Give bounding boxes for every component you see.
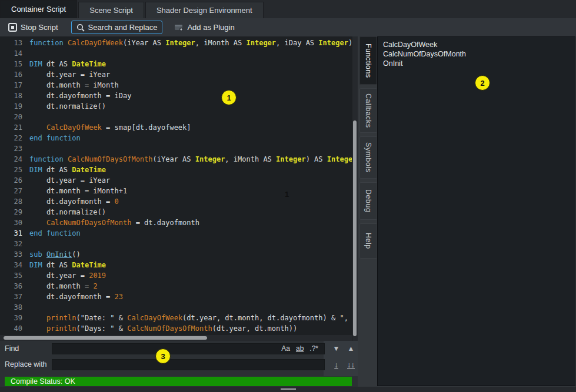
code-line[interactable]: 38 xyxy=(0,302,352,313)
functions-list: CalcDayOfWeekCalcNumOfDaysOfMonthOnInit xyxy=(377,36,575,386)
line-number: 39 xyxy=(0,313,29,323)
line-number: 35 xyxy=(0,270,29,281)
plugin-icon xyxy=(174,24,184,31)
code-line[interactable]: 33sub OnInit() xyxy=(0,249,352,260)
code-line[interactable]: 36 dt.month = 2 xyxy=(0,281,352,292)
code-line[interactable]: 25DIM dt AS DateTime xyxy=(0,165,352,175)
code-line[interactable]: 24function CalcNumOfDaysOfMonth(iYear AS… xyxy=(0,154,352,165)
line-content: dt.year = 2019 xyxy=(29,270,352,281)
tab-shader-design-environment[interactable]: Shader Design Environment xyxy=(145,2,264,18)
line-number: 30 xyxy=(0,217,29,228)
find-field-wrap: Aa ab .?* xyxy=(52,343,325,354)
line-number: 21 xyxy=(0,122,29,133)
code-line[interactable]: 27 dt.month = iMonth+1 xyxy=(0,186,352,196)
line-content: DIM dt AS DateTime xyxy=(29,59,352,69)
line-number: 28 xyxy=(0,196,29,207)
code-editor[interactable]: 13function CalcDayOfWeek(iYear AS Intege… xyxy=(0,36,358,341)
line-content xyxy=(29,302,352,313)
replace-field-wrap xyxy=(52,359,325,370)
tab-container-script[interactable]: Container Script xyxy=(0,0,77,18)
panel-tab-label: Callbacks xyxy=(364,93,372,128)
stray-annotation-number: 1 xyxy=(285,190,289,199)
line-content: sub OnInit() xyxy=(29,249,352,260)
status-row: Compile Status: OK xyxy=(0,376,358,387)
code-line[interactable]: 20 xyxy=(0,112,352,122)
code-line[interactable]: 14 xyxy=(0,48,352,59)
code-line[interactable]: 32 xyxy=(0,239,352,249)
search-and-replace-button[interactable]: Search and Replace xyxy=(71,21,163,34)
horizontal-scrollbar[interactable] xyxy=(0,335,352,341)
replace-all-button[interactable]: ↓↓ xyxy=(344,360,358,369)
right-pane: FunctionsCallbacksSymbolsDebugHelp CalcD… xyxy=(358,36,576,387)
replace-input[interactable] xyxy=(52,360,324,370)
line-content: end function xyxy=(29,228,352,239)
line-number: 36 xyxy=(0,281,29,292)
code-line[interactable]: 35 dt.year = 2019 xyxy=(0,270,352,281)
code-line[interactable]: 28 dt.dayofmonth = 0 xyxy=(0,196,352,207)
code-line[interactable]: 31end function xyxy=(0,228,352,239)
code-line[interactable]: 37 dt.dayofmonth = 23 xyxy=(0,292,352,302)
code-line[interactable]: 29 dt.normalize() xyxy=(0,207,352,217)
code-line[interactable]: 19 dt.normalize() xyxy=(0,101,352,112)
add-as-plugin-button[interactable]: Add as Plugin xyxy=(169,21,239,33)
panel-tab-debug[interactable]: Debug xyxy=(359,182,377,220)
line-number: 19 xyxy=(0,101,29,112)
code-line[interactable]: 18 dt.dayofmonth = iDay xyxy=(0,91,352,101)
horizontal-scrollbar-thumb[interactable] xyxy=(4,336,207,340)
line-number: 32 xyxy=(0,239,29,249)
panel-tab-callbacks[interactable]: Callbacks xyxy=(359,88,377,133)
find-previous-button[interactable]: ▲ xyxy=(344,344,358,353)
code-line[interactable]: 39 println("Date: " & CalcDayOfWeek(dt.y… xyxy=(0,313,352,323)
line-number: 38 xyxy=(0,302,29,313)
code-line[interactable]: 34DIM dt AS DateTime xyxy=(0,260,352,270)
panel-tab-symbols[interactable]: Symbols xyxy=(359,136,377,179)
line-content: dt.dayofmonth = iDay xyxy=(29,91,352,101)
code-lines: 13function CalcDayOfWeek(iYear AS Intege… xyxy=(0,38,352,341)
code-line[interactable]: 21 CalcDayOfWeek = smap[dt.dayofweek] xyxy=(0,122,352,133)
line-number: 22 xyxy=(0,133,29,143)
replace-one-button[interactable]: ↓ xyxy=(329,360,343,369)
code-line[interactable]: 23 xyxy=(0,143,352,154)
code-line[interactable]: 17 dt.month = iMonth xyxy=(0,80,352,91)
line-number: 20 xyxy=(0,112,29,122)
resize-grip[interactable] xyxy=(281,388,296,390)
code-line[interactable]: 22end function xyxy=(0,133,352,143)
line-content: CalcDayOfWeek = smap[dt.dayofweek] xyxy=(29,122,352,133)
line-number: 14 xyxy=(0,48,29,59)
code-line[interactable]: 13function CalcDayOfWeek(iYear AS Intege… xyxy=(0,38,352,48)
line-content: end function xyxy=(29,133,352,143)
line-number: 29 xyxy=(0,207,29,217)
line-number: 13 xyxy=(0,38,29,48)
panel-tab-functions[interactable]: Functions xyxy=(359,36,377,85)
code-line[interactable]: 40 println("Days: " & CalcNumOfDaysOfMon… xyxy=(0,323,352,334)
tab-scene-script[interactable]: Scene Script xyxy=(78,2,144,18)
code-line[interactable]: 16 dt.year = iYear xyxy=(0,69,352,80)
right-tab-strip: FunctionsCallbacksSymbolsDebugHelp xyxy=(359,36,377,262)
regex-icon[interactable]: .?* xyxy=(309,344,318,353)
code-line[interactable]: 30 CalcNumOfDaysOfMonth = dt.dayofmonth xyxy=(0,217,352,228)
line-number: 31 xyxy=(0,228,29,239)
code-line[interactable]: 26 dt.year = iYear xyxy=(0,175,352,186)
whole-word-icon[interactable]: ab xyxy=(296,344,304,353)
stop-script-label: Stop Script xyxy=(21,23,58,32)
panel-tab-help[interactable]: Help xyxy=(359,223,377,259)
search-and-replace-label: Search and Replace xyxy=(88,23,158,32)
vertical-scrollbar-thumb[interactable] xyxy=(353,120,357,336)
line-content: dt.month = 2 xyxy=(29,281,352,292)
line-number: 24 xyxy=(0,154,29,165)
annotation-badge: 1 xyxy=(221,90,237,105)
function-list-item[interactable]: CalcDayOfWeek xyxy=(378,40,575,49)
line-number: 18 xyxy=(0,91,29,101)
panel-tab-label: Symbols xyxy=(364,142,372,172)
match-case-icon[interactable]: Aa xyxy=(281,344,290,353)
function-list-item[interactable]: CalcNumOfDaysOfMonth xyxy=(378,49,575,59)
line-number: 15 xyxy=(0,59,29,69)
stop-script-button[interactable]: Stop Script xyxy=(4,21,63,33)
line-content: dt.month = iMonth xyxy=(29,80,352,91)
script-editor-window: Container ScriptScene ScriptShader Desig… xyxy=(0,0,576,392)
code-line[interactable]: 15DIM dt AS DateTime xyxy=(0,59,352,69)
vertical-scrollbar[interactable] xyxy=(352,36,358,341)
find-next-button[interactable]: ▼ xyxy=(329,344,343,353)
function-list-item[interactable]: OnInit xyxy=(378,59,575,68)
line-content xyxy=(29,239,352,249)
